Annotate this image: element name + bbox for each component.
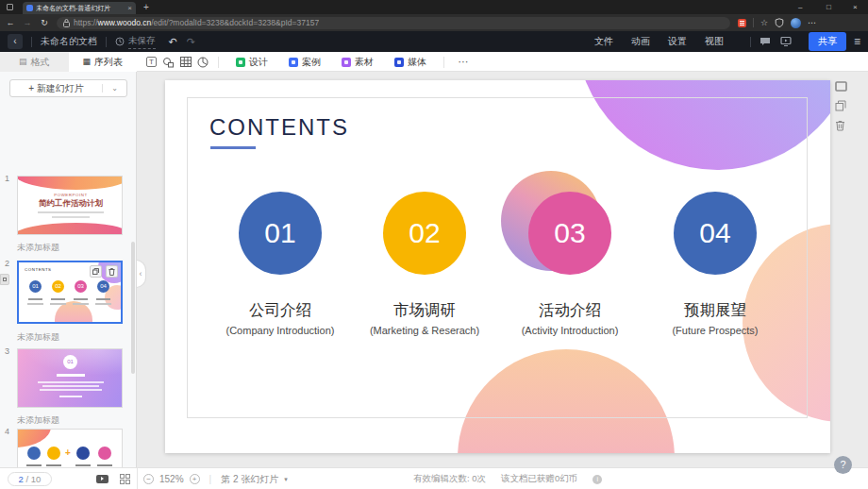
material-button[interactable]: 素材 [334,56,381,69]
item-2-circle[interactable]: 02 [383,192,466,275]
slide-canvas[interactable]: CONTENTS 01 公司介绍 (Company Introduction) … [165,80,830,453]
layout-icon[interactable] [835,81,847,92]
browser-tab[interactable]: 未命名的文档-普通幻灯片 × [23,2,136,14]
tab-search-icon[interactable] [7,4,13,10]
format-icon: ▤ [19,58,27,66]
menu-view[interactable]: 视图 [705,35,724,48]
item-2-subtitle[interactable]: (Marketing & Reserach) [359,325,491,336]
browser-menu-icon[interactable]: ⋯ [808,18,816,27]
deco-circle [55,301,92,324]
contents-item-2[interactable]: 02 市场调研 (Marketing & Reserach) [359,192,491,336]
duplicate-slide-button[interactable] [90,265,102,278]
help-button[interactable]: ? [834,456,852,474]
url-text: https://www.woodo.cn/edit/?modalId=3238&… [74,18,319,27]
shield-icon[interactable] [775,18,784,27]
new-tab-button[interactable]: + [143,2,149,12]
menu-file[interactable]: 文件 [594,35,613,48]
sidebar-collapse-handle[interactable]: ‹ [137,260,146,288]
item-3-subtitle[interactable]: (Activity Introduction) [504,325,636,336]
mini-num: 04 [100,283,107,289]
slide-thumbnail-3[interactable]: 01 [17,348,123,408]
item-4-title[interactable]: 预期展望 [649,300,781,321]
zoom-out-button[interactable]: − [143,474,154,484]
profile-avatar[interactable] [791,18,801,28]
item-3-title[interactable]: 活动介绍 [504,300,636,321]
window-close-button[interactable]: × [853,3,858,11]
contents-item-3[interactable]: 03 活动介绍 (Activity Introduction) [504,192,636,336]
thumb1-title: 简约工作活动计划 [18,198,123,210]
contents-item-1[interactable]: 01 公司介绍 (Company Introduction) [214,192,346,336]
text-line [95,303,111,305]
mini-item-4: 04 [97,280,109,293]
hamburger-menu-icon[interactable]: ≡ [854,35,860,48]
pager-sep: / [26,474,29,484]
nav-back-icon[interactable]: ← [2,18,19,27]
info-icon[interactable]: i [593,475,602,484]
mini-circle [98,447,111,460]
nav-refresh-icon[interactable]: ↻ [36,18,53,27]
slide-indicator-caret[interactable]: ▾ [284,476,288,483]
present-icon[interactable] [780,36,792,47]
favorites-star-icon[interactable]: ☆ [760,18,768,27]
new-slide-dropdown-icon[interactable]: ⌄ [102,84,126,93]
share-button[interactable]: 共享 [809,32,846,51]
play-view-icon[interactable] [96,475,108,483]
sidebar-scrollbar[interactable] [131,242,135,374]
item-1-circle[interactable]: 01 [239,192,322,275]
mini-item-1: 01 [29,280,42,293]
slide-indicator[interactable]: 第 2 张幻灯片 [221,473,278,486]
slide-pager[interactable]: 2 / 10 [8,472,52,486]
url-field[interactable]: https://www.woodo.cn/edit/?modalId=3238&… [57,17,730,29]
zoom-controls: − 152% + | 第 2 张幻灯片 ▾ [143,468,288,489]
item-4-circle[interactable]: 04 [674,192,757,275]
window-maximize-button[interactable]: □ [826,3,831,11]
edit-stats: 有效编辑次数: 0次 该文档已获赠0幻币 i [413,468,602,489]
toolbar-more-icon[interactable]: ⋯ [454,56,473,68]
new-slide-label: + 新建幻灯片 [10,82,102,95]
tab-close-icon[interactable]: × [127,5,132,12]
tab-format[interactable]: ▤ 格式 [0,52,69,72]
slide-2-badge[interactable] [0,274,9,285]
grid-view-icon[interactable] [120,474,130,484]
menu-animation[interactable]: 动画 [631,35,650,48]
item-1-title[interactable]: 公司介绍 [214,300,346,321]
slide-thumbnail-2[interactable]: CONTENTS 01 02 03 04 [17,261,123,324]
text-line [96,298,110,300]
comment-icon[interactable] [760,36,771,47]
deco-circle-bottom[interactable] [458,349,675,453]
trash-icon[interactable] [835,120,845,131]
nav-forward-icon[interactable]: → [19,18,36,27]
item-2-title[interactable]: 市场调研 [359,300,491,321]
mini-circle [76,447,90,460]
redo-icon[interactable]: ↷ [187,36,195,48]
document-title[interactable]: 未命名的文档 [41,35,97,48]
text-line [42,385,99,387]
contents-item-4[interactable]: 04 预期展望 (Future Prospects) [649,192,781,336]
extension-icon[interactable] [738,19,746,27]
text-box-icon[interactable]: T [146,57,157,67]
slide-title[interactable]: CONTENTS [209,114,349,141]
shape-icon[interactable] [162,57,175,68]
new-slide-button[interactable]: + 新建幻灯片 ⌄ [9,79,127,97]
window-minimize-button[interactable]: – [798,3,802,11]
menu-settings[interactable]: 设置 [668,35,687,48]
deco-circle-topright[interactable] [576,80,830,170]
chart-icon[interactable] [197,57,209,68]
status-bar: 2 / 10 − 152% + | 第 2 张幻灯片 ▾ 有效编辑次数: 0次 … [0,467,868,489]
design-button[interactable]: 设计 [228,56,275,69]
back-button[interactable]: ‹ [8,34,23,49]
item-4-subtitle[interactable]: (Future Prospects) [649,325,781,336]
undo-icon[interactable]: ↶ [169,36,177,48]
media-button[interactable]: 媒体 [387,56,434,69]
item-1-subtitle[interactable]: (Company Introduction) [214,325,346,336]
tab-slide-list[interactable]: ▦ 序列表 [69,52,138,72]
zoom-in-button[interactable]: + [190,474,200,484]
item-3-circle[interactable]: 03 [528,192,611,275]
duplicate-icon[interactable] [835,100,846,111]
table-icon[interactable] [180,57,192,67]
delete-slide-button[interactable] [106,265,118,278]
slide-thumbnail-4[interactable]: + [17,429,123,467]
case-button[interactable]: 案例 [281,56,328,69]
divider [31,37,32,47]
slide-thumbnail-1[interactable]: POWERPOINT 简约工作活动计划 [17,176,123,235]
